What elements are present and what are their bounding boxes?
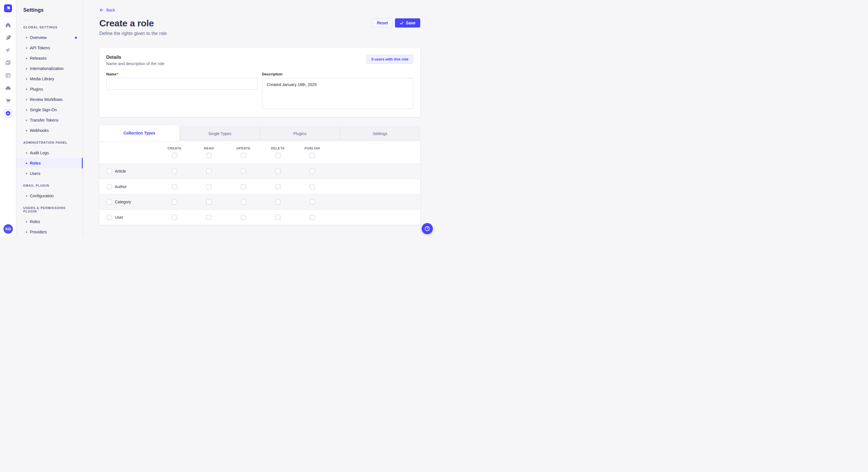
row-checkbox[interactable] xyxy=(107,215,112,220)
sidebar-section-label: ADMINISTRATION PANEL xyxy=(23,141,76,144)
select-all-checkbox[interactable] xyxy=(310,153,315,158)
permission-checkbox[interactable] xyxy=(310,169,315,174)
column-label: READ xyxy=(204,146,214,150)
home-icon[interactable] xyxy=(3,20,12,30)
releases-icon[interactable] xyxy=(3,45,12,55)
strapi-logo-icon[interactable] xyxy=(4,4,12,12)
sidebar-item-label: Audit Logs xyxy=(30,150,49,155)
permission-checkbox[interactable] xyxy=(275,199,280,204)
row-checkbox[interactable] xyxy=(107,169,112,174)
bullet-icon xyxy=(26,47,27,49)
bullet-icon xyxy=(26,99,27,100)
sidebar-item-roles[interactable]: Roles xyxy=(17,216,83,227)
sidebar-item-releases[interactable]: Releases xyxy=(17,53,83,63)
permission-checkbox[interactable] xyxy=(275,184,280,189)
arrow-left-icon xyxy=(99,8,104,12)
permissions-table-header: CREATE READ UPDATE DELETE PUBLISH xyxy=(99,141,420,164)
bullet-icon xyxy=(26,163,27,164)
sidebar-item-label: Providers xyxy=(30,230,47,234)
sidebar-item-overview[interactable]: Overview xyxy=(17,32,83,43)
permission-checkbox[interactable] xyxy=(241,215,246,220)
sidebar-item-single-sign-on[interactable]: Single Sign-On xyxy=(17,105,83,115)
bullet-icon xyxy=(26,152,27,154)
sidebar-title: Settings xyxy=(23,7,83,13)
sidebar-item-configuration[interactable]: Configuration xyxy=(17,191,83,201)
select-all-checkbox[interactable] xyxy=(241,153,246,158)
sidebar-item-transfer-tokens[interactable]: Transfer Tokens xyxy=(17,115,83,125)
select-all-checkbox[interactable] xyxy=(275,153,280,158)
sidebar-item-review-workflows[interactable]: Review Workflows xyxy=(17,94,83,105)
permission-checkbox[interactable] xyxy=(172,199,177,204)
permission-checkbox[interactable] xyxy=(206,184,212,189)
row-checkbox[interactable] xyxy=(107,199,112,204)
sidebar-item-roles[interactable]: Roles xyxy=(17,158,83,168)
help-button[interactable]: ? xyxy=(422,223,433,234)
permission-checkbox[interactable] xyxy=(241,184,246,189)
tab-settings[interactable]: Settings xyxy=(340,127,420,140)
details-fields: Name* Description Created January 16th, … xyxy=(106,72,413,110)
sidebar-item-label: Overview xyxy=(30,35,46,40)
sidebar-item-media-library[interactable]: Media Library xyxy=(17,74,83,84)
bullet-icon xyxy=(26,130,27,131)
nav-rail: KD xyxy=(0,0,17,236)
sidebar-item-webhooks[interactable]: Webhooks xyxy=(17,125,83,136)
notification-dot-icon xyxy=(75,37,77,39)
permissions-card: Single TypesPluginsSettings Collection T… xyxy=(99,125,420,225)
details-title: Details xyxy=(106,55,164,60)
column-label: PUBLISH xyxy=(305,146,320,150)
select-all-checkbox[interactable] xyxy=(206,153,212,158)
permission-checkbox[interactable] xyxy=(241,169,246,174)
select-all-checkbox[interactable] xyxy=(172,153,177,158)
permission-checkbox[interactable] xyxy=(310,215,315,220)
permission-checkbox[interactable] xyxy=(172,215,177,220)
sidebar-item-plugins[interactable]: Plugins xyxy=(17,84,83,94)
content-type-builder-icon[interactable] xyxy=(3,71,12,80)
permission-checkbox[interactable] xyxy=(172,184,177,189)
permission-cell xyxy=(260,184,295,189)
reset-button[interactable]: Reset xyxy=(372,19,393,28)
media-library-icon[interactable] xyxy=(3,58,12,67)
sidebar-item-audit-logs[interactable]: Audit Logs xyxy=(17,148,83,158)
tab-collection-types[interactable]: Collection Types xyxy=(99,125,180,141)
bullet-icon xyxy=(26,89,27,90)
name-input[interactable] xyxy=(106,78,258,90)
sidebar-item-providers[interactable]: Providers xyxy=(17,227,83,236)
sidebar-item-label: Plugins xyxy=(30,87,43,92)
users-with-role-button[interactable]: 0 users with this role xyxy=(367,55,413,64)
details-card-header: Details Name and description of the role… xyxy=(106,55,413,66)
settings-icon[interactable] xyxy=(3,109,12,118)
marketplace-icon[interactable] xyxy=(3,96,12,105)
permission-checkbox[interactable] xyxy=(310,199,315,204)
permission-checkbox[interactable] xyxy=(241,199,246,204)
content-manager-icon[interactable] xyxy=(3,33,12,42)
permission-cell xyxy=(260,215,295,220)
sidebar-item-users[interactable]: Users xyxy=(17,168,83,179)
sidebar-item-label: Roles xyxy=(30,161,41,165)
sidebar-item-api-tokens[interactable]: API Tokens xyxy=(17,43,83,53)
details-card-titles: Details Name and description of the role xyxy=(106,55,164,66)
sidebar-section-label: EMAIL PLUGIN xyxy=(23,184,76,187)
cloud-icon[interactable] xyxy=(3,83,12,93)
permission-checkbox[interactable] xyxy=(206,215,212,220)
back-link[interactable]: Back xyxy=(99,8,115,12)
tab-single-types[interactable]: Single Types xyxy=(180,127,260,140)
permissions-tabs: Single TypesPluginsSettings Collection T… xyxy=(99,125,420,141)
permission-checkbox[interactable] xyxy=(172,169,177,174)
bullet-icon xyxy=(26,37,27,38)
save-button[interactable]: Save xyxy=(395,19,420,28)
sidebar-item-label: Users xyxy=(30,171,40,176)
permission-checkbox[interactable] xyxy=(206,199,212,204)
sidebar-item-internationalization[interactable]: Internationalization xyxy=(17,63,83,74)
permission-cell xyxy=(192,199,226,204)
row-checkbox[interactable] xyxy=(107,184,112,189)
sidebar-sections: GLOBAL SETTINGS Overview API Tokens Rele… xyxy=(17,26,83,236)
permission-checkbox[interactable] xyxy=(206,169,212,174)
table-row: Article xyxy=(99,164,420,179)
permission-checkbox[interactable] xyxy=(275,169,280,174)
permission-checkbox[interactable] xyxy=(310,184,315,189)
tab-plugins[interactable]: Plugins xyxy=(260,127,340,140)
avatar[interactable]: KD xyxy=(3,224,13,234)
bullet-icon xyxy=(26,231,27,233)
permission-checkbox[interactable] xyxy=(275,215,280,220)
description-textarea[interactable]: Created January 16th, 2025 xyxy=(262,78,414,109)
